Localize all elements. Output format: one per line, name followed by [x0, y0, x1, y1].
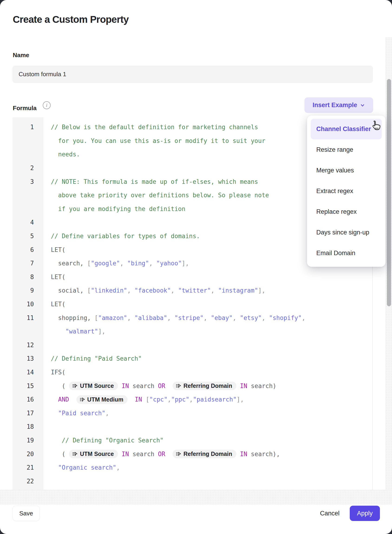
menu-item-resize-range[interactable]: Resize range	[311, 139, 382, 160]
code-line-content[interactable]: // Define variables for types of domains…	[43, 233, 200, 240]
code-segment-kw: IN	[236, 451, 247, 458]
code-line-content[interactable]: "walmart"],	[43, 328, 105, 335]
code-segment-kw: AND	[58, 396, 69, 403]
line-number: 10	[13, 301, 43, 308]
line-number: 13	[13, 355, 43, 362]
code-line-content[interactable]: LET(	[43, 301, 65, 308]
line-number: 7	[13, 260, 43, 267]
code-segment-str: "bing"	[127, 260, 149, 267]
code-line-content[interactable]: for you. You can use this as-is or modif…	[43, 137, 266, 144]
code-line-content[interactable]: "Paid search",	[43, 410, 109, 417]
insert-example-button[interactable]: Insert Example	[304, 97, 373, 113]
code-line-content[interactable]: // NOTE: This formula is made up of if-e…	[43, 178, 258, 185]
code-line-content[interactable]: LET(	[43, 246, 65, 253]
menu-item-email-domain[interactable]: Email Domain	[311, 243, 382, 264]
code-line-content[interactable]: ( UTM Source IN search OR Referring Doma…	[43, 382, 276, 390]
formula-label: Formula	[13, 104, 37, 112]
code-line-row: 16 AND UTM Medium IN ["cpc","ppc","paids…	[13, 393, 372, 406]
code-line-content[interactable]: // Defining "Paid Search"	[43, 355, 142, 362]
code-segment-pln	[165, 451, 173, 458]
code-line-row: 15 ( UTM Source IN search OR Referring D…	[13, 379, 372, 393]
vertical-scrollbar-thumb[interactable]	[387, 79, 391, 306]
token-chip-label: Referring Domain	[183, 383, 232, 389]
line-number: 6	[13, 246, 43, 253]
code-line-content[interactable]: shopping, ["amazon", "alibaba", "stripe"…	[43, 314, 305, 321]
token-chip-label: Referring Domain	[183, 451, 232, 457]
token-chip-referring-domain[interactable]: Referring Domain	[173, 450, 236, 458]
line-number: 11	[13, 314, 43, 321]
code-segment-str: "paidsearch"	[193, 396, 237, 403]
code-segment-pun: [	[87, 260, 91, 267]
menu-item-days-since-sign-up[interactable]: Days since sign-up	[311, 222, 382, 243]
code-line-content[interactable]: "Organic search",	[43, 464, 120, 471]
horizontal-scrollbar-gutter	[0, 490, 392, 505]
footer-actions: Cancel Apply	[320, 506, 380, 521]
token-chip-utm-medium[interactable]: UTM Medium	[76, 395, 128, 404]
save-button[interactable]: Save	[13, 506, 40, 521]
cancel-button[interactable]: Cancel	[320, 510, 340, 517]
code-line-content[interactable]: ( UTM Source IN search OR Referring Doma…	[43, 450, 280, 458]
code-line-row: 13// Defining "Paid Search"	[13, 352, 372, 365]
code-line-row: 9 social, ["linkedin", "facebook", "twit…	[13, 284, 372, 298]
code-segment-pln: (	[51, 383, 69, 389]
code-segment-com: // Define variables for types of domains…	[51, 233, 200, 240]
code-segment-str: "google"	[91, 260, 120, 267]
code-line-content[interactable]: LET(	[43, 274, 65, 280]
code-line-content[interactable]: if you are modifying the definition	[43, 205, 185, 213]
code-segment-pun: ,	[262, 314, 269, 321]
code-line-content[interactable]: above take priority over definitions bel…	[43, 192, 269, 199]
apply-button[interactable]: Apply	[350, 506, 380, 521]
info-icon[interactable]: i	[43, 101, 51, 109]
menu-item-merge-values[interactable]: Merge values	[311, 160, 382, 181]
code-segment-pln: search	[129, 451, 158, 458]
token-chip-label: UTM Source	[80, 383, 114, 389]
code-line-content[interactable]: search, ["google", "bing", "yahoo"],	[43, 260, 189, 267]
code-line-content[interactable]: // Below is the default definition for m…	[43, 124, 258, 131]
code-line-content[interactable]: // Defining "Organic Search"	[43, 437, 163, 444]
code-segment-kw: IN	[127, 396, 142, 403]
line-number: 20	[13, 451, 43, 458]
token-chip-referring-domain[interactable]: Referring Domain	[173, 382, 236, 390]
code-line-content[interactable]: needs.	[43, 151, 80, 158]
name-input[interactable]	[13, 66, 373, 83]
code-segment-pun: ,	[120, 260, 127, 267]
code-segment-pun: [	[146, 396, 149, 403]
code-segment-com: // Below is the default definition for m…	[51, 124, 258, 131]
code-line-row: 11 shopping, ["amazon", "alibaba", "stri…	[13, 311, 372, 325]
code-segment-str: "instagram"	[218, 287, 258, 294]
token-chip-utm-source[interactable]: UTM Source	[69, 450, 118, 458]
code-segment-pun: ,	[105, 410, 109, 417]
code-segment-pun: ,	[127, 287, 135, 294]
token-chip-label: UTM Source	[80, 451, 114, 457]
code-line-row: 22	[13, 474, 372, 488]
code-line-row: "walmart"],	[13, 325, 372, 338]
code-line-row: 20 ( UTM Source IN search OR Referring D…	[13, 447, 372, 461]
code-segment-str: "amazon"	[98, 314, 127, 321]
menu-item-replace-regex[interactable]: Replace regex	[311, 202, 382, 222]
code-segment-str: "facebook"	[135, 287, 171, 294]
code-segment-pun: [	[87, 287, 91, 294]
line-number: 19	[13, 437, 43, 444]
code-line-content[interactable]: AND UTM Medium IN ["cpc","ppc","paidsear…	[43, 395, 244, 404]
line-number: 16	[13, 396, 43, 403]
code-segment-kw: OR	[158, 451, 165, 458]
vertical-scrollbar-track[interactable]	[386, 37, 392, 490]
code-segment-pun: ],	[258, 287, 265, 294]
code-line-content[interactable]: social, ["linkedin", "facebook", "twitte…	[43, 287, 266, 294]
menu-item-extract-regex[interactable]: Extract regex	[311, 181, 382, 202]
create-custom-property-modal: Create a Custom Property Name Formula i …	[0, 0, 392, 534]
code-line-row: 17 "Paid search",	[13, 406, 372, 420]
code-segment-pln	[142, 396, 146, 403]
menu-item-channel-classifier[interactable]: Channel Classifier	[311, 119, 382, 139]
code-segment-str: "shopify"	[269, 314, 302, 321]
code-line-content[interactable]: IFS(	[43, 369, 65, 376]
token-chip-utm-source[interactable]: UTM Source	[69, 382, 118, 390]
code-segment-pun: ,	[167, 314, 174, 321]
line-number: 17	[13, 410, 43, 417]
code-segment-pun: ],	[237, 396, 244, 403]
code-segment-pln	[51, 437, 62, 444]
code-segment-pun: ,	[116, 464, 120, 471]
code-segment-pln	[69, 396, 76, 403]
code-segment-pun: ,	[233, 314, 240, 321]
code-segment-str: "yahoo"	[156, 260, 182, 267]
